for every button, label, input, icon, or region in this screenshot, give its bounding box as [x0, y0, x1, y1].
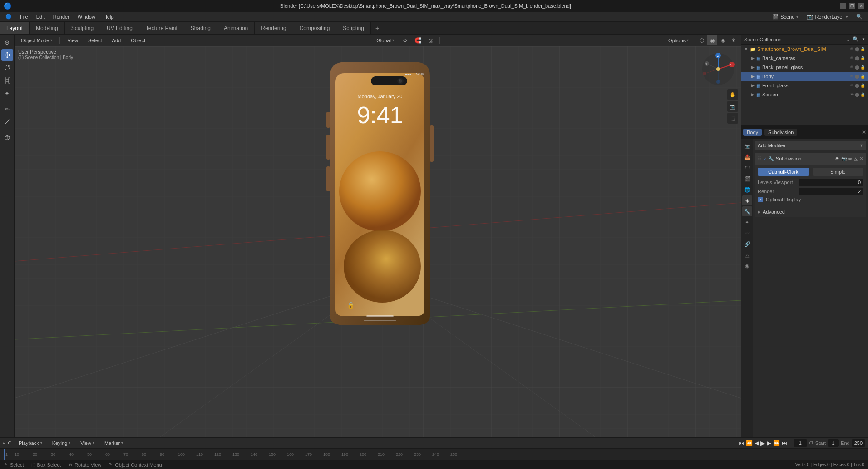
- solid-button[interactable]: ◉: [707, 35, 717, 45]
- object-props-tab[interactable]: ◈: [742, 195, 752, 205]
- close-button[interactable]: ✕: [858, 3, 864, 9]
- maximize-button[interactable]: ❐: [849, 3, 855, 9]
- modifier-cage-icon[interactable]: △: [854, 156, 858, 161]
- menu-file[interactable]: File: [16, 13, 32, 20]
- timeline-type-icon[interactable]: ▸: [3, 440, 5, 445]
- body-button[interactable]: Body: [743, 129, 762, 136]
- tab-texture-paint[interactable]: Texture Paint: [139, 22, 184, 34]
- outliner-item-back-cameras[interactable]: ▶ ▦ Back_cameras 👁⬤🔒: [741, 54, 868, 63]
- frame-selected-tool[interactable]: ⬚: [727, 113, 738, 124]
- outliner-item-screen[interactable]: ▶ ▦ Screen 👁⬤🔒: [741, 90, 868, 99]
- next-frame-button[interactable]: ⏩: [773, 440, 780, 446]
- outliner-filter-icon[interactable]: ⬦: [847, 37, 850, 42]
- tab-shading[interactable]: Shading: [184, 22, 217, 34]
- modifier-close-button[interactable]: ✕: [862, 129, 866, 135]
- start-frame-input[interactable]: 1: [828, 439, 839, 447]
- select-menu[interactable]: Select: [84, 37, 106, 44]
- global-selector[interactable]: Global ▾: [373, 37, 398, 44]
- timeline-ruler[interactable]: 1 10 20 30 40 50 60 70 80 90 100 110 120…: [0, 449, 868, 460]
- camera-view-tool[interactable]: 📷: [727, 101, 738, 112]
- view-menu-timeline[interactable]: View ▾: [77, 439, 98, 447]
- tab-animation[interactable]: Animation: [217, 22, 255, 34]
- proportional-edit-icon[interactable]: ◎: [426, 35, 436, 45]
- modifier-render-icon[interactable]: 📷: [841, 156, 847, 161]
- output-props-tab[interactable]: 📤: [742, 152, 752, 162]
- minimize-button[interactable]: —: [840, 3, 846, 9]
- pan-hand-tool[interactable]: ✋: [727, 89, 738, 100]
- levels-viewport-value[interactable]: 0: [799, 179, 863, 186]
- menu-render[interactable]: Render: [49, 13, 73, 20]
- object-menu[interactable]: Object: [127, 37, 149, 44]
- search-button[interactable]: 🔍: [853, 13, 866, 20]
- modifier-realtime-icon[interactable]: 👁: [835, 156, 839, 161]
- rendered-button[interactable]: ☀: [728, 35, 738, 45]
- snap-icon[interactable]: 🧲: [413, 35, 423, 45]
- modifier-edit-icon[interactable]: ✏: [848, 156, 852, 161]
- end-frame-input[interactable]: 250: [852, 439, 865, 447]
- cursor-tool[interactable]: ⊕: [1, 36, 13, 48]
- tab-layout[interactable]: Layout: [0, 22, 30, 34]
- tab-rendering[interactable]: Rendering: [255, 22, 293, 34]
- menu-edit[interactable]: Edit: [33, 13, 49, 20]
- tab-modeling[interactable]: Modeling: [30, 22, 65, 34]
- renderlayer-selector[interactable]: 📷 RenderLayer ▾: [803, 13, 852, 20]
- modifier-drag-icon[interactable]: ⠿: [758, 156, 761, 162]
- add-modifier-button[interactable]: Add Modifier ▼: [755, 141, 866, 150]
- material-preview-button[interactable]: ◈: [718, 35, 728, 45]
- outliner-item-back-panel[interactable]: ▶ ▦ Back_panel_glass 👁⬤🔒: [741, 63, 868, 72]
- playback-menu[interactable]: Playback ▾: [15, 439, 46, 447]
- modifier-tab[interactable]: 🔧: [742, 206, 752, 216]
- transform-tool[interactable]: ✦: [1, 87, 13, 99]
- constraints-tab[interactable]: 🔗: [742, 239, 752, 249]
- current-frame-input[interactable]: 1: [794, 439, 807, 447]
- play-button[interactable]: ▶: [760, 439, 765, 447]
- tab-compositing[interactable]: Compositing: [293, 22, 337, 34]
- navigation-gizmo[interactable]: X Y Z: [700, 51, 736, 87]
- outliner-item-front-glass[interactable]: ▶ ▦ Front_glass 👁⬤🔒: [741, 81, 868, 90]
- menu-blender[interactable]: 🔵: [2, 13, 15, 20]
- measure-tool[interactable]: [1, 116, 13, 128]
- outliner-search-icon[interactable]: 🔍: [853, 36, 859, 42]
- tab-sculpting[interactable]: Sculpting: [65, 22, 100, 34]
- view-layer-tab[interactable]: ⬚: [742, 163, 752, 173]
- tab-scripting[interactable]: Scripting: [336, 22, 371, 34]
- add-cube-tool[interactable]: [1, 132, 13, 144]
- add-workspace-button[interactable]: +: [371, 22, 384, 34]
- window-controls[interactable]: — ❐ ✕: [840, 3, 864, 9]
- outliner-item-body[interactable]: ▶ ▦ Body 👁⬤🔒: [741, 72, 868, 81]
- modifier-enabled-icon[interactable]: ✓: [763, 156, 767, 161]
- options-menu[interactable]: Options ▾: [665, 37, 692, 44]
- add-menu[interactable]: Add: [108, 37, 125, 44]
- menu-help[interactable]: Help: [100, 13, 118, 20]
- render-value[interactable]: 2: [799, 188, 863, 195]
- scene-selector[interactable]: 🎬 🎬 Scene ▾: [769, 13, 802, 20]
- simple-button[interactable]: Simple: [813, 168, 864, 176]
- move-tool[interactable]: [1, 49, 13, 61]
- prev-frame-button[interactable]: ⏪: [746, 440, 753, 446]
- particles-tab[interactable]: ✦: [742, 217, 752, 227]
- data-tab[interactable]: △: [742, 250, 752, 260]
- jump-end-button[interactable]: ⏭: [782, 440, 787, 446]
- prev-keyframe-button[interactable]: ◀: [755, 440, 759, 446]
- advanced-toggle[interactable]: ▶ Advanced: [758, 209, 863, 215]
- render-props-tab[interactable]: 📷: [742, 141, 752, 151]
- keying-menu[interactable]: Keying ▾: [49, 439, 74, 447]
- annotate-tool[interactable]: ✏: [1, 103, 13, 115]
- world-tab[interactable]: 🌐: [742, 185, 752, 195]
- modifier-close-btn[interactable]: ✕: [859, 156, 863, 162]
- marker-menu[interactable]: Marker ▾: [101, 439, 127, 447]
- catmull-clark-button[interactable]: Catmull-Clark: [758, 168, 809, 176]
- next-keyframe-button[interactable]: ▶: [767, 440, 771, 446]
- physics-tab[interactable]: 〰: [742, 228, 752, 238]
- outliner-item-collection[interactable]: ▼ 📁 Smartphone_Brown_Dual_SIM 👁⬤🔒: [741, 45, 868, 54]
- jump-start-button[interactable]: ⏮: [739, 440, 744, 446]
- subdivision-header-button[interactable]: Subdivision: [764, 129, 797, 136]
- outliner-options-icon[interactable]: ▼: [862, 37, 865, 41]
- rotate-tool[interactable]: [1, 62, 13, 74]
- mode-selector[interactable]: Object Mode ▾: [17, 37, 56, 44]
- 3d-viewport[interactable]: Object Mode ▾ View Select Add Object Glo…: [15, 35, 741, 437]
- material-tab[interactable]: ◉: [742, 261, 752, 271]
- tab-uv-editing[interactable]: UV Editing: [100, 22, 139, 34]
- menu-window[interactable]: Window: [74, 13, 99, 20]
- view-menu[interactable]: View: [64, 37, 82, 44]
